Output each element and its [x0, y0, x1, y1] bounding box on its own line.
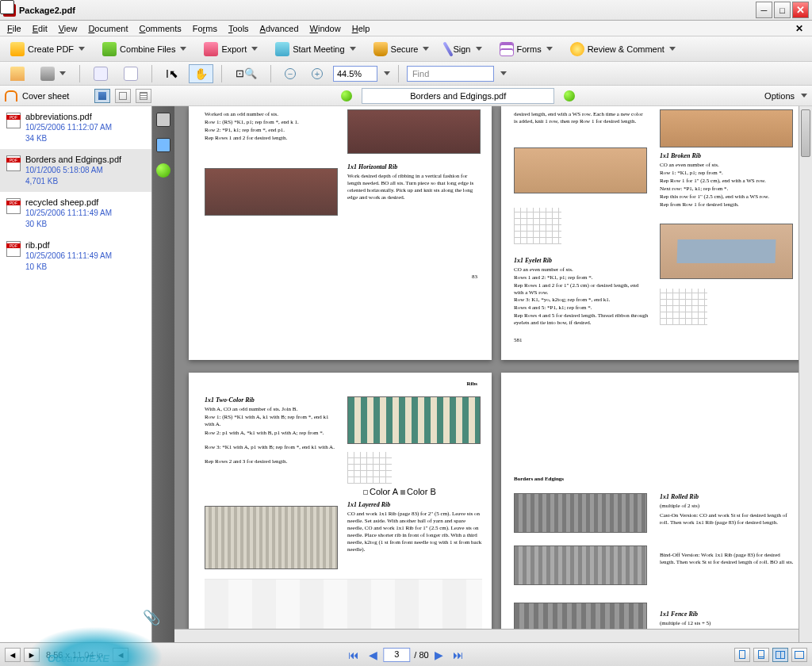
list-view-button[interactable] [94, 89, 110, 103]
pdf-file-icon [6, 155, 21, 171]
menu-comments[interactable]: Comments [134, 22, 187, 35]
detail-view-button[interactable] [136, 89, 151, 103]
how-to-button[interactable] [156, 163, 170, 178]
first-page-button[interactable]: ⏮ [345, 647, 362, 663]
next-doc-button[interactable] [564, 90, 575, 101]
file-item[interactable]: Borders and Edgings.pdf10/1/2006 5:18:08… [0, 149, 151, 192]
file-item[interactable]: rib.pdf10/25/2006 11:11:49 AM10 KB [0, 235, 151, 278]
save-button[interactable] [88, 63, 113, 84]
sign-button[interactable]: Sign [441, 38, 487, 60]
menu-advanced[interactable]: Advanced [255, 22, 304, 35]
bookmarks-panel-button[interactable] [156, 113, 170, 127]
detail-icon [140, 92, 147, 100]
lock-icon [373, 42, 388, 56]
next-page-button[interactable]: ▶ [431, 647, 448, 663]
file-date: 10/25/2006 11:11:49 AM [25, 251, 145, 262]
hand-tool[interactable]: ✋ [189, 64, 213, 83]
pen-icon [443, 41, 454, 56]
page-spread-3: Ribs 1x1 Two-Color Rib With A, CO an odd… [189, 373, 492, 629]
create-icon [10, 42, 25, 56]
collapse-button[interactable]: ► [24, 648, 40, 662]
minus-icon: − [285, 68, 296, 79]
page-number-field[interactable]: 3 [383, 648, 410, 662]
file-date: 10/25/2006 11:12:07 AM [25, 122, 145, 133]
expand-button[interactable]: ◄ [5, 648, 21, 662]
menu-file[interactable]: File [2, 22, 27, 35]
email-button[interactable] [118, 63, 144, 84]
close-button[interactable]: ✕ [792, 2, 809, 18]
horizontal-scrollbar[interactable] [174, 629, 799, 642]
menu-view[interactable]: View [53, 22, 83, 35]
signatures-panel-button[interactable] [156, 138, 170, 152]
pages-panel-button[interactable] [0, 0, 14, 14]
last-page-button[interactable]: ⏭ [450, 647, 467, 663]
print-button[interactable] [35, 63, 71, 84]
thumb-view-button[interactable] [115, 89, 131, 103]
open-button[interactable] [5, 63, 30, 84]
create-pdf-button[interactable]: Create PDF [5, 39, 90, 59]
find-field[interactable]: Find [407, 66, 494, 82]
titlebar: Package2.pdf ─ □ ✕ [0, 0, 812, 21]
nav-strip [152, 106, 174, 642]
two-up-continuous-button[interactable] [791, 648, 807, 662]
marquee-zoom[interactable]: ⊡🔍 [230, 64, 262, 82]
menu-forms[interactable]: Forms [187, 22, 223, 35]
review-button[interactable]: Review & Comment [565, 39, 681, 59]
zoom-out-button[interactable]: − [279, 65, 301, 82]
status-bar: ◄ ► 8.56 x 11.04 in ◄ ⏮ ◀ 3 / 80 ▶ ⏭ Oce… [0, 642, 812, 666]
folder-icon [10, 67, 25, 81]
menu-help[interactable]: Help [347, 22, 376, 35]
page-nav-left[interactable]: ◄ [113, 648, 128, 662]
export-button[interactable]: Export [198, 39, 263, 59]
package-sidebar: abbreviations.pdf10/25/2006 11:12:07 AM3… [0, 106, 152, 642]
menu-document[interactable]: Document [82, 22, 133, 35]
combine-icon [102, 42, 117, 56]
prev-page-button[interactable]: ◀ [364, 647, 381, 663]
maximize-button[interactable]: □ [774, 2, 791, 18]
disk-icon [94, 67, 108, 81]
hand-icon: ✋ [194, 67, 208, 80]
zoom-field[interactable]: 44.5% [333, 66, 377, 82]
find-dropdown[interactable] [500, 71, 507, 75]
menu-window[interactable]: Window [304, 22, 347, 35]
printer-icon [40, 67, 55, 81]
file-date: 10/1/2006 5:18:08 AM [25, 165, 145, 176]
file-size: 30 KB [25, 219, 145, 230]
file-size: 10 KB [25, 262, 145, 273]
menu-edit[interactable]: Edit [27, 22, 53, 35]
page-spread-1: Worked on an odd number of sts. Row 1: (… [189, 106, 492, 360]
file-item[interactable]: abbreviations.pdf10/25/2006 11:12:07 AM3… [0, 106, 151, 149]
minimize-button[interactable]: ─ [756, 2, 772, 18]
file-name: rib.pdf [25, 239, 145, 251]
menu-tools[interactable]: Tools [223, 22, 255, 35]
review-icon [570, 42, 584, 56]
file-item[interactable]: recycled sheep.pdf10/25/2006 11:11:49 AM… [0, 192, 151, 235]
plus-icon: + [312, 68, 323, 79]
single-page-button[interactable] [734, 648, 750, 662]
vertical-scrollbar[interactable] [799, 106, 812, 642]
page-total-label: / 80 [412, 650, 428, 660]
file-name: Borders and Edgings.pdf [25, 154, 145, 165]
main-toolbar: Create PDF Combine Files Export Start Me… [0, 36, 812, 62]
zoom-dropdown[interactable] [384, 71, 390, 75]
zoom-in-button[interactable]: + [306, 65, 328, 82]
combine-files-button[interactable]: Combine Files [97, 39, 192, 59]
attachment-icon[interactable]: 📎 [143, 609, 160, 626]
prev-doc-button[interactable] [341, 90, 352, 101]
select-tool[interactable]: I⬉ [160, 64, 184, 83]
home-icon[interactable] [5, 90, 17, 101]
doc-close-button[interactable]: ✕ [790, 21, 809, 36]
cover-sheet-button[interactable]: Cover sheet [22, 91, 69, 101]
secure-button[interactable]: Secure [368, 39, 435, 59]
start-meeting-button[interactable]: Start Meeting [270, 39, 361, 59]
menubar: File Edit View Document Comments Forms T… [0, 21, 812, 36]
file-date: 10/25/2006 11:11:49 AM [25, 208, 145, 219]
list-icon [98, 92, 106, 100]
options-button[interactable]: Options [764, 91, 795, 101]
two-up-button[interactable] [772, 648, 788, 662]
forms-button[interactable]: Forms [494, 39, 558, 59]
pdf-file-icon [6, 241, 21, 257]
zoom-select-icon: ⊡🔍 [236, 67, 257, 79]
continuous-button[interactable] [753, 648, 769, 662]
cursor-icon: I⬉ [166, 67, 178, 80]
